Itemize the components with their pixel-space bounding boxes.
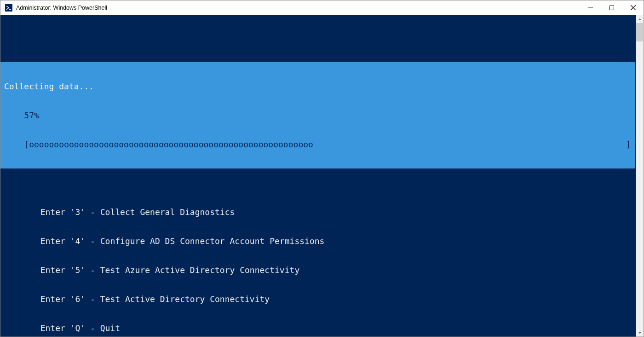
powershell-icon xyxy=(5,4,12,12)
progress-bar-fill: [ooooooooooooooooooooooooooooooooooooooo… xyxy=(4,139,313,149)
console-content: Collecting data... 57% [oooooooooooooooo… xyxy=(0,15,635,337)
progress-title: Collecting data... xyxy=(0,81,635,91)
menu-option-5: Enter '5' - Test Azure Active Directory … xyxy=(0,265,635,275)
window-controls xyxy=(580,0,644,15)
maximize-button[interactable] xyxy=(601,0,622,15)
minimize-button[interactable] xyxy=(580,0,601,15)
window-titlebar: Administrator: Windows PowerShell xyxy=(0,0,644,15)
close-button[interactable] xyxy=(622,0,644,15)
progress-block: Collecting data... 57% [oooooooooooooooo… xyxy=(0,62,635,168)
menu-option-3: Enter '3' - Collect General Diagnostics xyxy=(0,207,635,217)
progress-bar-end: ] xyxy=(626,139,631,149)
menu-option-4: Enter '4' - Configure AD DS Connector Ac… xyxy=(0,236,635,246)
menu-option-quit: Enter 'Q' - Quit xyxy=(0,323,635,333)
progress-bar: [ooooooooooooooooooooooooooooooooooooooo… xyxy=(0,139,635,149)
scroll-down-arrow-icon[interactable] xyxy=(636,329,644,337)
menu-option-6: Enter '6' - Test Active Directory Connec… xyxy=(0,294,635,304)
scroll-up-arrow-icon[interactable] xyxy=(636,15,644,23)
progress-percent: 57% xyxy=(0,110,635,120)
window-title: Administrator: Windows PowerShell xyxy=(16,5,580,11)
console-area[interactable]: Collecting data... 57% [oooooooooooooooo… xyxy=(0,15,644,337)
vertical-scrollbar[interactable] xyxy=(636,15,644,337)
scroll-thumb[interactable] xyxy=(636,23,643,41)
menu-lines: Enter '3' - Collect General Diagnostics … xyxy=(0,188,635,337)
svg-rect-3 xyxy=(610,6,614,10)
